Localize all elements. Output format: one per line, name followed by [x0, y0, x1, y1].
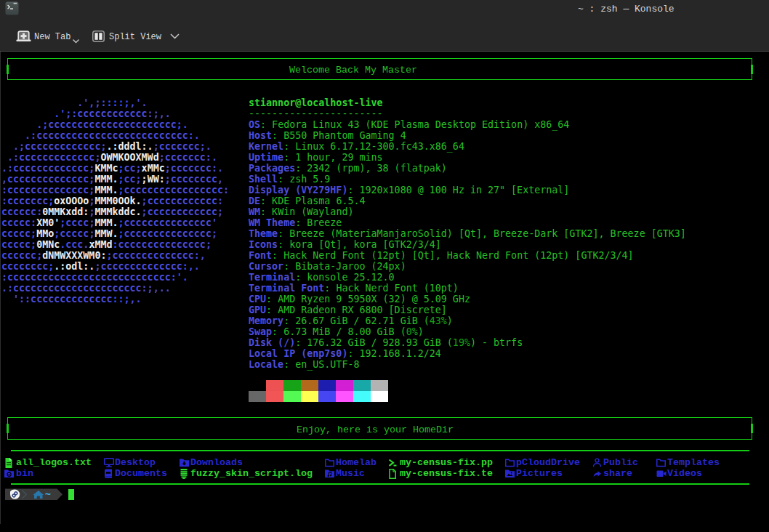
svg-text:~: ~	[45, 489, 51, 501]
